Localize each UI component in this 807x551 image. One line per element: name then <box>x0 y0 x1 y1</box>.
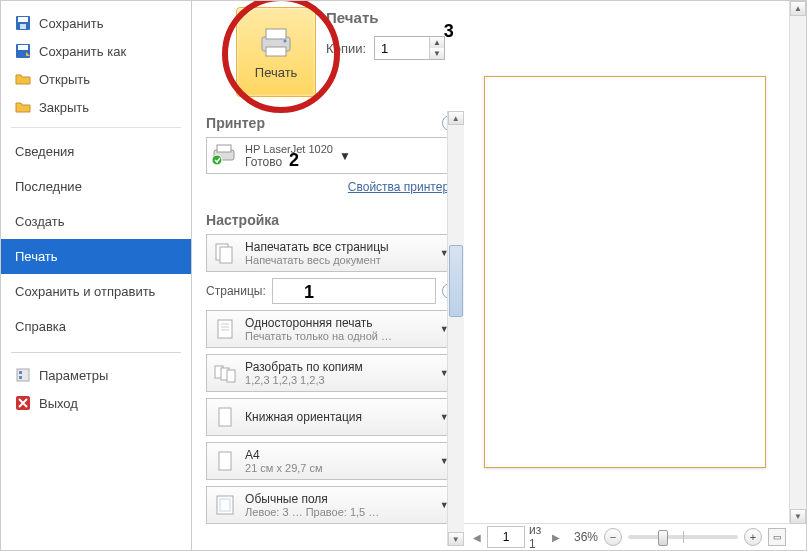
svg-rect-11 <box>266 47 286 56</box>
side-label: Закрыть <box>39 100 89 115</box>
side-save-send[interactable]: Сохранить и отправить <box>1 274 191 309</box>
svg-rect-10 <box>266 29 286 39</box>
save-as-icon <box>15 43 31 59</box>
spin-up[interactable]: ▲ <box>430 37 444 48</box>
svg-rect-25 <box>219 408 231 426</box>
zoom-slider[interactable] <box>628 535 738 539</box>
svg-rect-1 <box>18 17 28 22</box>
svg-rect-26 <box>219 452 231 470</box>
side-label: Сохранить как <box>39 44 126 59</box>
annotation-2: 2 <box>289 150 299 171</box>
svg-rect-14 <box>217 145 231 152</box>
scroll-track[interactable] <box>448 125 464 532</box>
preview-stage <box>464 1 806 523</box>
svg-rect-7 <box>19 376 22 379</box>
scroll-track[interactable] <box>790 16 806 509</box>
setting-collate[interactable]: Разобрать по копиям1,2,3 1,2,3 1,2,3 ▼ <box>206 354 458 392</box>
annotation-3: 3 <box>444 21 454 42</box>
copies-input[interactable] <box>375 37 429 59</box>
margins-icon <box>211 491 239 519</box>
page-of-label: из 1 <box>529 523 547 551</box>
side-recent[interactable]: Последние <box>1 169 191 204</box>
orientation-icon <box>211 403 239 431</box>
spin-down[interactable]: ▼ <box>430 48 444 59</box>
save-icon <box>15 15 31 31</box>
pages-icon <box>211 239 239 267</box>
side-label: Открыть <box>39 72 90 87</box>
separator <box>11 127 181 128</box>
zoom-fit-button[interactable]: ▭ <box>768 528 786 546</box>
duplex-icon <box>211 315 239 343</box>
folder-open-icon <box>15 71 31 87</box>
copies-spinner[interactable]: ▲ ▼ <box>374 36 445 60</box>
preview-status-bar: ◀ из 1 ▶ 36% − + ▭ <box>464 523 806 550</box>
scroll-thumb[interactable] <box>449 245 463 317</box>
chevron-down-icon: ▼ <box>339 149 351 163</box>
scroll-down[interactable]: ▼ <box>790 509 806 524</box>
printer-section-title: Принтер <box>206 115 265 131</box>
zoom-in-button[interactable]: + <box>744 528 762 546</box>
print-title: Печать <box>326 7 458 32</box>
paper-icon <box>211 447 239 475</box>
side-options[interactable]: Параметры <box>1 361 191 389</box>
svg-rect-18 <box>218 320 232 338</box>
setting-margins[interactable]: Обычные поляЛевое: 3 … Правое: 1,5 … ▼ <box>206 486 458 524</box>
print-button-label: Печать <box>255 65 298 80</box>
sidebar: Сохранить Сохранить как Открыть Закрыть … <box>1 1 192 550</box>
side-info[interactable]: Сведения <box>1 134 191 169</box>
collate-icon <box>211 359 239 387</box>
side-label: Выход <box>39 396 78 411</box>
printer-device-icon <box>211 142 239 169</box>
zoom-value: 36% <box>574 530 598 544</box>
side-close[interactable]: Закрыть <box>1 93 191 121</box>
zoom-out-button[interactable]: − <box>604 528 622 546</box>
setting-paper-size[interactable]: A421 см x 29,7 см ▼ <box>206 442 458 480</box>
preview-pane: ▲ ▼ ◀ из 1 ▶ 36% − + ▭ <box>464 1 806 550</box>
separator <box>11 352 181 353</box>
scroll-down[interactable]: ▼ <box>448 532 464 546</box>
svg-point-12 <box>284 39 287 42</box>
setting-print-range[interactable]: Напечатать все страницыНапечатать весь д… <box>206 234 458 272</box>
pages-input[interactable] <box>272 278 436 304</box>
side-new[interactable]: Создать <box>1 204 191 239</box>
copies-label: Копии: <box>326 41 366 56</box>
side-open[interactable]: Открыть <box>1 65 191 93</box>
zoom-thumb[interactable] <box>658 530 668 546</box>
side-exit[interactable]: Выход <box>1 389 191 417</box>
preview-page <box>484 76 766 468</box>
svg-rect-24 <box>227 370 235 382</box>
setting-duplex[interactable]: Односторонняя печатьПечатать только на о… <box>206 310 458 348</box>
svg-rect-17 <box>220 247 232 263</box>
svg-rect-6 <box>19 371 22 374</box>
svg-point-15 <box>212 155 222 165</box>
print-panel: Печать Печать Копии: ▲ ▼ <box>192 1 464 550</box>
preview-scrollbar[interactable]: ▲ ▼ <box>789 1 806 524</box>
settings-section-title: Настройка <box>206 212 279 228</box>
exit-icon <box>15 395 31 411</box>
pages-label: Страницы: <box>206 284 266 298</box>
printer-select[interactable]: HP LaserJet 1020 Готово ▼ 2 <box>206 137 458 174</box>
side-label: Сохранить <box>39 16 104 31</box>
setting-orientation[interactable]: Книжная ориентация ▼ <box>206 398 458 436</box>
side-print-active[interactable]: Печать <box>1 239 191 274</box>
page-prev[interactable]: ◀ <box>472 530 483 544</box>
printer-icon <box>256 25 296 59</box>
folder-close-icon <box>15 99 31 115</box>
side-help[interactable]: Справка <box>1 309 191 344</box>
scroll-up[interactable]: ▲ <box>448 111 464 125</box>
printer-properties-link[interactable]: Свойства принтера <box>348 180 456 194</box>
scroll-up[interactable]: ▲ <box>790 1 806 16</box>
annotation-1: 1 <box>304 282 314 303</box>
side-save-as[interactable]: Сохранить как <box>1 37 191 65</box>
print-button[interactable]: Печать <box>236 7 316 97</box>
page-current-input[interactable] <box>487 526 525 548</box>
backstage-print: Сохранить Сохранить как Открыть Закрыть … <box>0 0 807 551</box>
options-icon <box>15 367 31 383</box>
svg-rect-2 <box>20 24 26 29</box>
side-save[interactable]: Сохранить <box>1 9 191 37</box>
svg-rect-5 <box>17 369 29 381</box>
panel-scrollbar[interactable]: ▲ ▼ <box>447 111 464 546</box>
side-label: Параметры <box>39 368 108 383</box>
page-next[interactable]: ▶ <box>551 530 562 544</box>
svg-rect-4 <box>18 45 28 50</box>
